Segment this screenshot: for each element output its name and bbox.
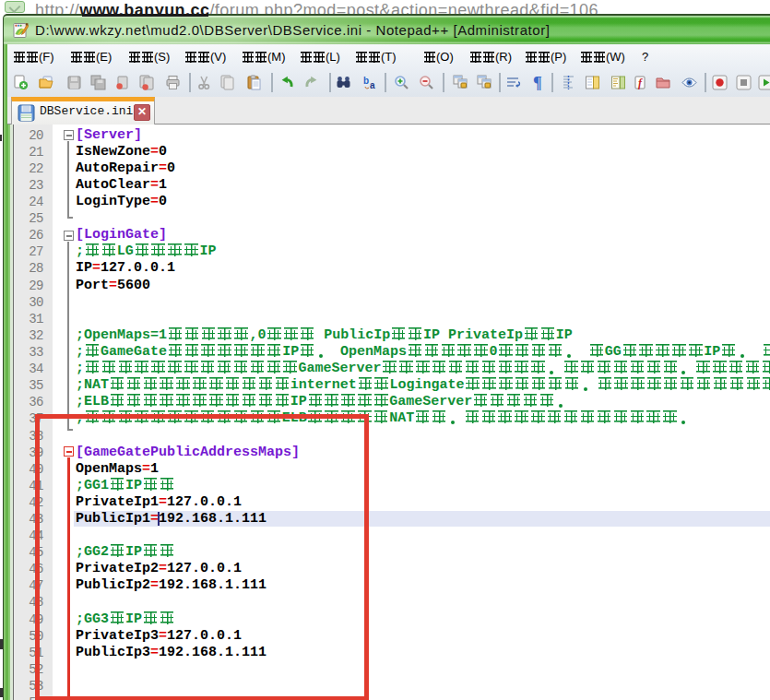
svg-text:¶: ¶ — [533, 75, 542, 90]
svg-text:a: a — [370, 80, 375, 90]
svg-text:b: b — [363, 76, 369, 86]
